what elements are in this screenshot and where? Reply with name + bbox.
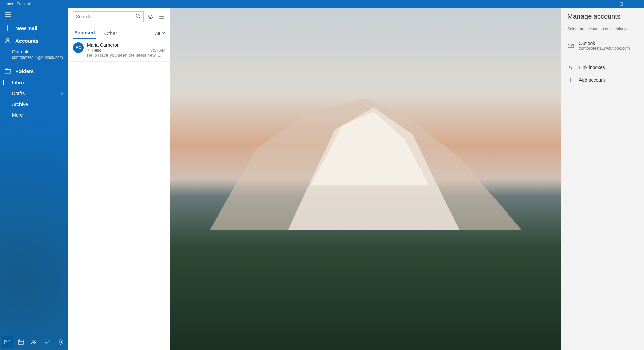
email-item[interactable]: MC Maria Cameron Hello 7:37 AM Hello Hav… xyxy=(68,39,170,62)
maximize-button[interactable] xyxy=(614,0,629,8)
avatar: MC xyxy=(73,42,84,53)
people-app-button[interactable] xyxy=(29,336,40,348)
svg-point-24 xyxy=(159,15,159,15)
folder-more[interactable]: More xyxy=(0,110,68,120)
folder-inbox[interactable]: Inbox xyxy=(0,77,68,88)
email-preview: Hello Have you seen the latest new, ... xyxy=(87,53,165,58)
mail-icon xyxy=(567,43,574,49)
folder-name: Drafts xyxy=(12,91,25,96)
selection-mode-button[interactable] xyxy=(157,13,165,21)
mail-app-button[interactable] xyxy=(2,336,13,348)
svg-point-25 xyxy=(159,17,159,17)
plus-icon xyxy=(5,25,11,31)
accounts-header[interactable]: Accounts xyxy=(0,34,68,47)
manage-accounts-panel: Manage accounts Select an account to edi… xyxy=(561,8,644,350)
filter-dropdown[interactable]: All xyxy=(155,31,165,39)
bottom-bar xyxy=(0,334,68,350)
sidebar: New mail Accounts Outlook contosotest11@… xyxy=(0,8,68,350)
new-mail-label: New mail xyxy=(15,25,37,31)
calendar-app-button[interactable] xyxy=(15,336,26,348)
email-time: 7:37 AM xyxy=(151,48,165,53)
settings-button[interactable] xyxy=(55,336,66,348)
sidebar-account-item[interactable]: Outlook contosotest11@outlook.com xyxy=(0,47,68,62)
search-icon[interactable] xyxy=(135,13,141,20)
background-image xyxy=(209,93,522,230)
svg-line-20 xyxy=(139,17,140,18)
panel-hint: Select an account to edit settings. xyxy=(567,27,638,31)
folders-label: Folders xyxy=(15,68,34,74)
folder-name: More xyxy=(12,112,23,118)
reading-pane xyxy=(170,8,561,350)
account-email: contosotest11@outlook.com xyxy=(12,55,63,60)
new-mail-button[interactable]: New mail xyxy=(0,22,68,34)
search-input[interactable] xyxy=(76,14,135,20)
folder-count: 2 xyxy=(61,91,63,96)
link-inboxes-label: Link inboxes xyxy=(579,65,605,70)
todo-app-button[interactable] xyxy=(42,336,53,348)
email-sender: Maria Cameron xyxy=(87,42,165,48)
folder-drafts[interactable]: Drafts 2 xyxy=(0,88,68,99)
link-icon xyxy=(567,64,574,70)
svg-point-19 xyxy=(136,14,139,17)
svg-rect-10 xyxy=(5,70,10,73)
folder-archive[interactable]: Archive xyxy=(0,99,68,110)
panel-account-email: contosotest11@outlook.com xyxy=(579,46,630,51)
hamburger-button[interactable] xyxy=(0,8,68,22)
svg-rect-1 xyxy=(620,3,623,5)
folder-name: Archive xyxy=(12,102,28,107)
tab-other[interactable]: Other xyxy=(103,28,119,39)
svg-rect-12 xyxy=(18,340,23,344)
person-icon xyxy=(5,38,11,44)
add-account-label: Add account xyxy=(579,77,605,83)
search-box[interactable] xyxy=(73,11,144,22)
link-inboxes-button[interactable]: Link inboxes xyxy=(567,61,638,74)
account-name: Outlook xyxy=(12,49,28,54)
svg-point-26 xyxy=(159,18,159,19)
chevron-down-icon xyxy=(161,31,165,36)
folder-name: Inbox xyxy=(12,80,25,85)
filter-label: All xyxy=(155,31,160,36)
svg-point-9 xyxy=(7,38,9,41)
add-account-button[interactable]: Add account xyxy=(567,74,638,86)
svg-point-17 xyxy=(35,341,36,343)
email-subject: Hello xyxy=(92,48,102,53)
sync-button[interactable] xyxy=(146,13,155,21)
svg-point-16 xyxy=(32,340,34,342)
chevron-right-icon xyxy=(87,48,90,53)
close-button[interactable] xyxy=(629,0,644,8)
plus-icon xyxy=(567,77,574,83)
panel-account-item[interactable]: Outlook contosotest11@outlook.com xyxy=(567,37,638,54)
minimize-button[interactable] xyxy=(599,0,614,8)
folders-header[interactable]: Folders xyxy=(0,65,68,77)
accounts-label: Accounts xyxy=(15,38,38,44)
message-list-pane: Focused Other All MC Maria Cameron xyxy=(68,8,170,350)
panel-account-name: Outlook xyxy=(579,41,630,46)
folder-icon xyxy=(5,68,11,74)
svg-point-18 xyxy=(60,341,62,343)
panel-title: Manage accounts xyxy=(567,13,638,21)
title-bar: Inbox - Outlook xyxy=(0,0,644,8)
window-title: Inbox - Outlook xyxy=(3,2,31,6)
tab-focused[interactable]: Focused xyxy=(73,27,96,39)
